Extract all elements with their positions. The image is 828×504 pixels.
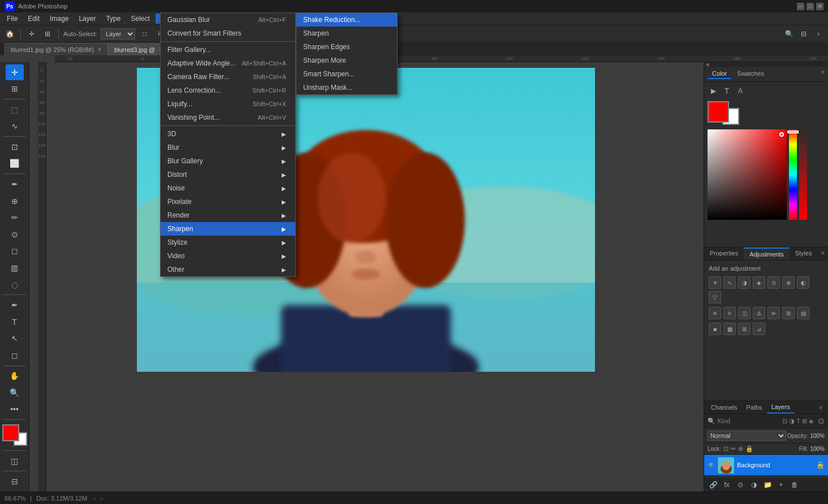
opacity-value[interactable]: 100% — [810, 433, 825, 439]
minimize-button[interactable]: ─ — [797, 3, 804, 10]
layers-delete-icon[interactable]: 🗑 — [789, 480, 800, 490]
filter-liquify[interactable]: Liquify... Shift+Ctrl+X — [161, 97, 295, 111]
auto-select-dropdown[interactable]: Layer Group — [101, 28, 135, 40]
gradient-tool[interactable]: ▥ — [6, 260, 24, 276]
levels-adj-icon[interactable]: ⊿ — [753, 323, 765, 335]
eyedropper-tool[interactable]: ✒ — [6, 176, 24, 192]
filter-other[interactable]: Other ▶ — [161, 263, 295, 276]
filter-render[interactable]: Render ▶ — [161, 208, 295, 222]
menu-file[interactable]: File — [2, 14, 22, 24]
hand-tool[interactable]: ✋ — [6, 368, 24, 384]
filter-lens-correction[interactable]: Lens Correction... Shift+Ctrl+R — [161, 84, 295, 97]
layers-smart-filter-icon[interactable]: ◈ — [809, 418, 813, 425]
lock-pixel-icon[interactable]: 🔒 — [745, 445, 753, 453]
layers-mask-icon[interactable]: ⊙ — [735, 480, 746, 490]
transform-icon[interactable]: □ — [139, 28, 151, 40]
invert-adj-icon[interactable]: ◫ — [738, 307, 751, 319]
menu-select[interactable]: Select — [126, 14, 154, 24]
channel-mix-adj-icon[interactable]: ≋ — [709, 307, 721, 319]
background-layer-row[interactable]: 👁 Background 🔒 — [704, 455, 828, 475]
tab-layers[interactable]: Layers — [767, 401, 795, 414]
frame-tool[interactable]: ⬜ — [6, 156, 24, 172]
layers-filter-toggle[interactable]: ⊙ — [818, 416, 825, 425]
filter-blur[interactable]: Blur ▶ — [161, 141, 295, 154]
posterize-adj-icon[interactable]: ∆ — [753, 307, 765, 319]
solid-color-adj-icon[interactable]: ■ — [709, 323, 721, 335]
hsl-adj-icon[interactable]: ⊙ — [767, 276, 780, 289]
dodge-tool[interactable]: ◌ — [6, 277, 24, 293]
filter-sharpen[interactable]: Sharpen ▶ — [161, 222, 295, 236]
filter-camera-raw[interactable]: Camera Raw Filter... Shift+Ctrl+A — [161, 70, 295, 84]
sharpen-sharpen-more[interactable]: Sharpen More — [296, 54, 397, 67]
exposure-adj-icon[interactable]: ◑ — [738, 276, 751, 289]
status-nav-left[interactable]: ‹ — [94, 495, 96, 502]
layers-new-icon[interactable]: + — [775, 480, 787, 490]
pen-tool[interactable]: ✒ — [6, 297, 24, 313]
layers-adj-icon[interactable]: ◑ — [748, 480, 760, 490]
bw-adj-icon[interactable]: ◐ — [797, 276, 809, 289]
color-balance-adj-icon[interactable]: ⊕ — [782, 276, 795, 289]
filter-gaussian-blur[interactable]: Gaussian Blur Alt+Ctrl+F — [161, 13, 295, 27]
foreground-color[interactable] — [2, 424, 19, 441]
selective-adj-icon[interactable]: ⊞ — [782, 307, 795, 319]
filter-blur-gallery[interactable]: Blur Gallery ▶ — [161, 154, 295, 168]
layers-adjust-filter-icon[interactable]: ◑ — [789, 418, 795, 425]
path-selection-tool[interactable]: ↖ — [6, 331, 24, 346]
workspaces-icon[interactable]: ⊟ — [797, 28, 810, 40]
adj-panel-menu-icon[interactable]: ≡ — [818, 247, 828, 260]
tab-blurred1[interactable]: blurred1.jpg @ 25% (RGB/8#) ✕ — [5, 43, 108, 55]
photo-filter-adj-icon[interactable]: ▽ — [709, 291, 721, 303]
sharpen-sharpen[interactable]: Sharpen — [296, 27, 397, 40]
filter-video[interactable]: Video ▶ — [161, 249, 295, 263]
tab-styles[interactable]: Styles — [790, 247, 818, 260]
text-tool[interactable]: T — [6, 314, 24, 330]
color-lookup-adj-icon[interactable]: ≡ — [723, 307, 736, 319]
window-controls[interactable]: ─ □ ✕ — [797, 3, 823, 10]
filter-noise[interactable]: Noise ▶ — [161, 181, 295, 195]
color-panel-menu-icon[interactable]: ≡ — [821, 69, 825, 79]
menu-edit[interactable]: Edit — [23, 14, 44, 24]
filter-pixelate[interactable]: Pixelate ▶ — [161, 195, 295, 208]
lock-all-icon[interactable]: ⊡ — [723, 445, 728, 453]
opacity-slider[interactable] — [799, 129, 807, 220]
play-icon[interactable]: ▶ — [708, 85, 719, 97]
lock-artboards-icon[interactable]: ⊕ — [738, 445, 743, 453]
pattern-adj-icon[interactable]: ⊞ — [738, 323, 751, 335]
layers-panel-menu-icon[interactable]: ≡ — [816, 402, 826, 413]
filter-stylize[interactable]: Stylize ▶ — [161, 236, 295, 249]
tab-paths[interactable]: Paths — [741, 402, 766, 413]
quick-mask-tool[interactable]: ◫ — [6, 453, 24, 469]
artboard-tool[interactable]: ⊞ — [6, 81, 24, 97]
layers-link-icon[interactable]: 🔗 — [708, 480, 719, 490]
fill-value[interactable]: 100% — [810, 446, 825, 452]
tab-adjustments[interactable]: Adjustments — [744, 247, 790, 260]
filter-distort[interactable]: Distort ▶ — [161, 168, 295, 181]
type-icon[interactable]: T — [721, 85, 732, 97]
filter-gallery[interactable]: Filter Gallery... — [161, 43, 295, 57]
attributes-icon[interactable]: A — [735, 85, 746, 97]
threshold-adj-icon[interactable]: ⊳ — [767, 307, 780, 319]
filter-3d[interactable]: 3D ▶ — [161, 127, 295, 141]
screen-mode-tool[interactable]: ⊟ — [6, 473, 24, 489]
tab-close-blurred1[interactable]: ✕ — [97, 46, 102, 53]
eraser-tool[interactable]: ◻ — [6, 244, 24, 259]
crop-tool[interactable]: ⊡ — [6, 139, 24, 155]
menu-type[interactable]: Type — [101, 14, 125, 24]
brightness-adj-icon[interactable]: ☀ — [709, 276, 721, 289]
sharpen-sharpen-edges[interactable]: Sharpen Edges — [296, 40, 397, 54]
filter-adaptive-wide[interactable]: Adaptive Wide Angle... Alt+Shift+Ctrl+A — [161, 57, 295, 70]
more-options-icon2[interactable]: › — [812, 28, 825, 40]
hue-slider[interactable] — [789, 129, 797, 220]
healing-tool[interactable]: ⊕ — [6, 193, 24, 209]
sharpen-smart-sharpen[interactable]: Smart Sharpen... — [296, 67, 397, 81]
tab-properties[interactable]: Properties — [704, 247, 744, 260]
gradient-map-adj-icon[interactable]: ▤ — [797, 307, 809, 319]
maximize-button[interactable]: □ — [807, 3, 814, 10]
tab-swatches[interactable]: Swatches — [732, 69, 769, 79]
more-tools[interactable]: ••• — [6, 402, 24, 418]
status-nav-right[interactable]: › — [101, 495, 103, 502]
layers-type-filter-icon[interactable]: T — [796, 418, 800, 425]
close-button[interactable]: ✕ — [816, 3, 823, 10]
menu-layer[interactable]: Layer — [74, 14, 100, 24]
curves-adj-icon[interactable]: ∿ — [723, 276, 736, 289]
